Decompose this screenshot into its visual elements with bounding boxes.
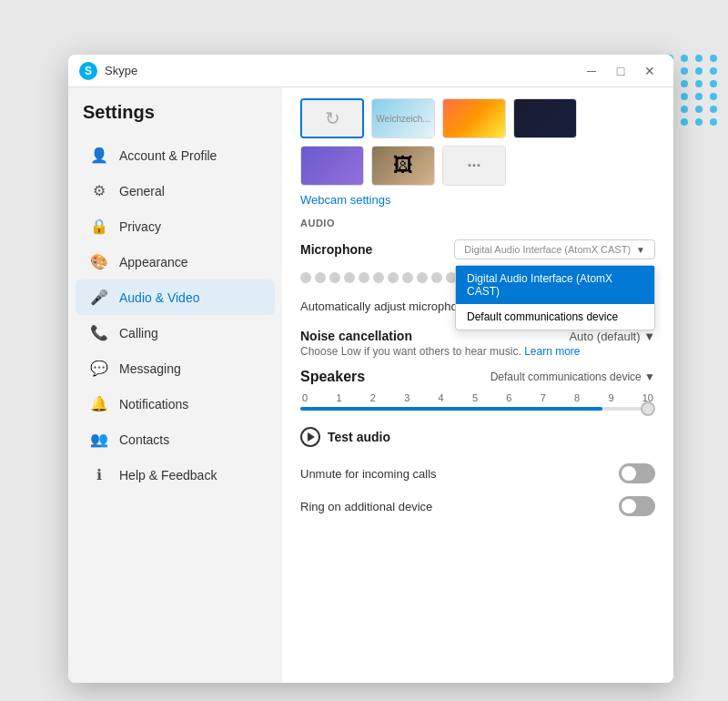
vol-4: 4	[439, 392, 444, 403]
audio-dot-8	[402, 272, 413, 283]
webcam-settings-link[interactable]: Webcam settings	[300, 193, 673, 207]
noise-chevron-icon: ▼	[643, 330, 655, 343]
microphone-dropdown-menu: Digital Audio Interface (AtomX CAST) Def…	[455, 265, 655, 330]
microphone-current-value: Digital Audio Interface (AtomX CAST)	[464, 244, 631, 255]
sidebar-label-messaging: Messaging	[119, 361, 181, 376]
sidebar-heading: Settings	[68, 102, 282, 137]
audio-dot-5	[359, 272, 369, 283]
calling-icon: 📞	[90, 324, 108, 341]
privacy-icon: 🔒	[90, 218, 108, 235]
thumbnail-more[interactable]: ···	[442, 146, 506, 186]
unmute-label: Unmute for incoming calls	[300, 467, 437, 481]
sidebar-label-appearance: Appearance	[119, 255, 188, 269]
sidebar-item-privacy[interactable]: 🔒 Privacy	[76, 208, 275, 244]
microphone-label: Microphone	[300, 242, 372, 257]
unmute-row: Unmute for incoming calls	[300, 463, 655, 483]
audio-dot-1	[300, 272, 311, 283]
thumbnail-tile[interactable]	[300, 146, 364, 186]
messaging-icon: 💬	[90, 360, 108, 377]
audio-section-label: AUDIO	[300, 218, 655, 229]
titlebar-left: S Skype	[79, 62, 137, 80]
microphone-option-1[interactable]: Digital Audio Interface (AtomX CAST)	[456, 266, 654, 304]
sidebar-item-calling[interactable]: 📞 Calling	[76, 315, 275, 350]
microphone-option-2[interactable]: Default communications device	[456, 304, 654, 330]
notifications-icon: 🔔	[90, 395, 108, 412]
thumbnail-row-2: 🖼 ···	[300, 146, 655, 186]
ring-label: Ring on additional device	[300, 500, 432, 513]
maximize-button[interactable]: □	[608, 60, 633, 82]
vol-2: 2	[370, 392, 376, 403]
microphone-row: Microphone Digital Audio Interface (Atom…	[300, 239, 655, 259]
sidebar-label-notifications: Notifications	[119, 397, 188, 411]
vol-6: 6	[506, 392, 511, 403]
ring-toggle-knob	[622, 499, 636, 513]
general-icon: ⚙	[90, 182, 108, 199]
audio-dot-10	[431, 272, 442, 283]
thumbnail-gradient[interactable]: Weichzeich...	[371, 98, 435, 138]
close-button[interactable]: ✕	[637, 60, 662, 82]
sidebar-label-contacts: Contacts	[119, 432, 169, 447]
thumbnail-sunset[interactable]	[442, 98, 506, 138]
audio-dot-7	[388, 272, 399, 283]
skype-logo: S	[79, 62, 97, 80]
speakers-chevron-icon: ▼	[644, 371, 655, 383]
noise-title: Noise cancellation	[300, 329, 412, 343]
thumbnail-dark[interactable]	[513, 98, 577, 138]
unmute-toggle[interactable]	[619, 463, 655, 483]
audio-dot-4	[344, 272, 355, 283]
test-audio-label: Test audio	[328, 430, 390, 444]
microphone-dropdown-container: Digital Audio Interface (AtomX CAST) ▼ D…	[454, 239, 655, 259]
sidebar-item-messaging[interactable]: 💬 Messaging	[76, 350, 275, 386]
right-panel: ↻ Weichzeich...	[282, 87, 673, 683]
noise-cancellation-row: Noise cancellation Auto (default) ▼ Choo…	[300, 329, 655, 358]
sidebar-label-audio-video: Audio & Video	[119, 290, 199, 305]
sidebar-item-audio-video[interactable]: 🎤 Audio & Video	[76, 279, 275, 315]
microphone-chevron-icon: ▼	[636, 245, 645, 255]
vol-5: 5	[472, 392, 478, 403]
thumbnail-frame[interactable]: 🖼	[371, 146, 435, 186]
noise-learn-more-link[interactable]: Learn more	[524, 345, 580, 358]
sidebar-item-general[interactable]: ⚙ General	[76, 173, 275, 208]
skype-window: S Skype ─ □ ✕ Settings 👤 Account & Profi…	[68, 55, 673, 683]
sidebar-item-contacts[interactable]: 👥 Contacts	[76, 422, 275, 457]
test-audio-button[interactable]: Test audio	[300, 423, 390, 451]
play-triangle	[308, 432, 315, 442]
sidebar-label-account: Account & Profile	[119, 148, 217, 163]
help-icon: ℹ	[90, 466, 108, 483]
sidebar-label-general: General	[119, 184, 165, 198]
audio-section: AUDIO Microphone Digital Audio Interface…	[282, 218, 673, 516]
sidebar-item-account[interactable]: 👤 Account & Profile	[76, 137, 275, 173]
noise-header: Noise cancellation Auto (default) ▼	[300, 329, 655, 343]
audio-dot-2	[315, 272, 326, 283]
sidebar-item-help[interactable]: ℹ Help & Feedback	[76, 457, 275, 493]
sidebar-item-notifications[interactable]: 🔔 Notifications	[76, 386, 275, 422]
volume-slider-track[interactable]	[300, 407, 655, 411]
speakers-dropdown-trigger[interactable]: Default communications device ▼	[490, 371, 655, 383]
noise-value[interactable]: Auto (default) ▼	[569, 330, 655, 343]
window-title: Skype	[105, 64, 137, 77]
unmute-toggle-knob	[622, 466, 636, 481]
sidebar-label-help: Help & Feedback	[119, 468, 217, 483]
contacts-icon: 👥	[90, 431, 108, 448]
vol-1: 1	[336, 392, 341, 403]
volume-numbers: 0 1 2 3 4 5 6 7 8 9 10	[300, 392, 655, 403]
sidebar-item-appearance[interactable]: 🎨 Appearance	[76, 244, 275, 279]
thumbnails-area: ↻ Weichzeich...	[282, 87, 673, 186]
sidebar-label-calling: Calling	[119, 326, 158, 340]
minimize-button[interactable]: ─	[579, 60, 604, 82]
microphone-dropdown-trigger[interactable]: Digital Audio Interface (AtomX CAST) ▼	[454, 239, 655, 259]
vol-3: 3	[404, 392, 410, 403]
vol-8: 8	[574, 392, 580, 403]
thumbnail-row-1: ↻ Weichzeich...	[300, 98, 655, 138]
thumbnail-circle[interactable]: ↻	[300, 98, 364, 138]
vol-0: 0	[302, 392, 308, 403]
ring-row: Ring on additional device	[300, 496, 655, 516]
main-content: Settings 👤 Account & Profile ⚙ General 🔒…	[68, 87, 673, 683]
speakers-label: Speakers	[300, 369, 365, 385]
window-controls: ─ □ ✕	[579, 60, 662, 82]
ring-toggle[interactable]	[619, 496, 655, 516]
audio-dot-6	[373, 272, 384, 283]
speakers-row: Speakers Default communications device ▼	[300, 369, 655, 385]
sidebar-label-privacy: Privacy	[119, 219, 161, 234]
vol-7: 7	[541, 392, 546, 403]
